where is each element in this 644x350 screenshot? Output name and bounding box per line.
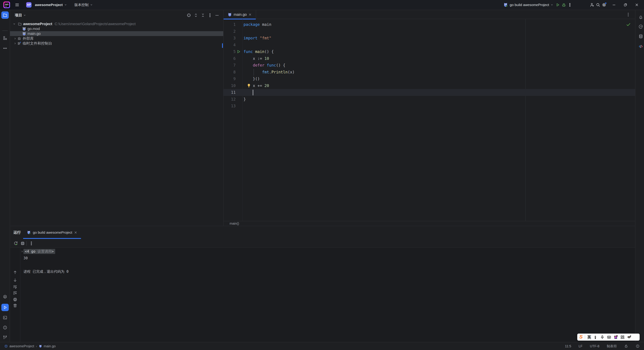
tree-item-main.go[interactable]: main.go — [10, 31, 223, 36]
stripe-item-terminal[interactable] — [1, 314, 9, 321]
ime-language-mode[interactable]: 英 — [587, 335, 591, 340]
debug-button[interactable] — [561, 2, 567, 8]
code-line[interactable]: } — [244, 96, 246, 103]
down-stacktrace-button[interactable] — [13, 278, 18, 283]
console-options-button[interactable] — [29, 241, 34, 246]
code-line[interactable]: x := 10 — [244, 55, 269, 62]
punctuation-icon[interactable] — [593, 335, 598, 340]
run-button[interactable] — [555, 2, 561, 8]
run-gutter-icon[interactable] — [236, 49, 241, 54]
run-console[interactable]: <4 go 设置调用> 30 进程 已完成，退出代码为 0 — [10, 248, 635, 342]
line-number: 11 — [224, 89, 236, 96]
microphone-icon[interactable] — [600, 335, 604, 340]
notifications-status-icon[interactable] — [636, 344, 640, 348]
stripe-item-version-control[interactable] — [1, 334, 9, 341]
git-branch-icon — [3, 335, 8, 340]
search-everywhere-button[interactable] — [595, 2, 601, 8]
code-line[interactable] — [244, 89, 253, 96]
settings-button[interactable] — [601, 2, 607, 8]
stripe-item-project[interactable] — [1, 11, 9, 19]
chevron-right-icon[interactable] — [14, 42, 16, 45]
tree-item-临时文件和控制台[interactable]: 临时文件和控制台 — [10, 41, 223, 46]
editor-tab-options-button[interactable] — [626, 12, 631, 17]
ime-assistant-face-icon[interactable] — [627, 335, 632, 340]
sogou-ime-toolbar: S 英 — [577, 334, 640, 341]
tree-item-go.mod[interactable]: go.mod — [10, 26, 223, 31]
caret-position-widget[interactable]: 11:5 — [565, 344, 571, 348]
add-user-button[interactable] — [589, 2, 595, 8]
close-button[interactable] — [632, 1, 641, 8]
stripe-item-problems[interactable] — [1, 324, 9, 331]
selected-file-scroll-marker — [222, 43, 223, 48]
gopher-run-icon — [503, 2, 508, 7]
play-icon — [556, 2, 560, 7]
skin-icon[interactable] — [614, 335, 618, 340]
encoding-widget[interactable]: UTF-8 — [590, 344, 600, 348]
line-number: 1 — [224, 21, 236, 28]
up-stacktrace-button[interactable] — [13, 270, 18, 275]
collapse-all-button[interactable] — [200, 13, 206, 18]
code-editor[interactable]: 1package main23import "fmt"45func main()… — [224, 19, 635, 221]
tree-item-awesomeProject[interactable]: awesomeProjectC:\Users\meowr\GolandProje… — [10, 21, 223, 26]
hide-panel-button[interactable] — [214, 13, 220, 18]
skin-icon — [614, 335, 618, 340]
run-config-selector[interactable]: go build awesomeProject — [502, 1, 555, 8]
chevron-down-icon[interactable] — [13, 22, 16, 25]
stripe-item-ai-assistant[interactable] — [637, 23, 644, 30]
maximize-button[interactable] — [621, 1, 630, 8]
virtual-keyboard-icon[interactable] — [607, 335, 611, 340]
code-line[interactable]: defer func() { — [244, 62, 285, 69]
soft-wrap-button[interactable] — [13, 285, 18, 289]
code-line[interactable]: package main — [244, 21, 271, 28]
panel-options-button[interactable] — [208, 13, 212, 18]
console-fold-line[interactable]: <4 go 设置调用> — [21, 248, 68, 255]
stripe-item-code-tools[interactable] — [637, 43, 644, 50]
stripe-item-structure[interactable] — [1, 34, 9, 42]
more-actions-button[interactable] — [567, 2, 573, 8]
run-tab-close-icon[interactable] — [74, 231, 77, 234]
tab-close-icon[interactable] — [248, 13, 252, 16]
status-breadcrumbs[interactable]: awesomeProject › main.go — [4, 344, 56, 348]
code-line[interactable]: import "fmt" — [244, 35, 271, 41]
breadcrumb-scope[interactable]: main() — [230, 222, 239, 225]
stop-button[interactable] — [20, 241, 25, 246]
expand-all-button[interactable] — [193, 13, 198, 18]
run-tab[interactable]: go build awesomeProject — [23, 226, 81, 239]
tree-item-外部库[interactable]: 外部库 — [10, 36, 223, 41]
clear-console-button[interactable] — [13, 303, 18, 308]
minimize-button[interactable] — [610, 1, 618, 8]
status-breadcrumb-project[interactable]: awesomeProject — [10, 344, 34, 348]
sogou-logo-icon[interactable]: S — [579, 334, 582, 339]
code-line[interactable]: fmt.Println(x) — [244, 69, 295, 76]
stripe-item-notifications[interactable] — [637, 13, 644, 21]
print-button[interactable] — [13, 297, 18, 302]
line-number: 10 — [224, 82, 236, 89]
run-panel-title[interactable]: 运行 — [14, 230, 21, 235]
indent-widget[interactable]: 制表符 — [607, 344, 617, 349]
program-output: 30 — [24, 256, 28, 260]
main-menu-icon[interactable] — [14, 2, 20, 8]
scroll-to-end-button[interactable] — [13, 291, 18, 295]
project-panel-title[interactable]: 项目 — [15, 13, 22, 18]
stripe-item-more-toolwindows[interactable] — [1, 44, 9, 52]
stripe-item-services[interactable] — [1, 293, 9, 301]
locate-file-button[interactable] — [186, 13, 191, 18]
toolbox-grid-icon[interactable] — [620, 335, 625, 340]
project-selector[interactable]: awesomeProject — [34, 2, 68, 8]
readonly-lock-icon[interactable] — [624, 344, 628, 348]
line-separator-widget[interactable]: LF — [578, 344, 582, 348]
tab-main-go[interactable]: main.go — [224, 10, 256, 19]
fold-chevron-icon[interactable] — [21, 250, 24, 253]
chevron-down-icon — [64, 3, 67, 6]
project-panel-header: 项目 — [10, 10, 223, 20]
code-line[interactable]: func main() { — [244, 48, 274, 55]
code-line[interactable]: }() — [244, 75, 260, 82]
stripe-item-run[interactable] — [1, 304, 9, 311]
rerun-button[interactable] — [13, 241, 18, 246]
stripe-item-database[interactable] — [637, 33, 644, 40]
vcs-widget[interactable]: 版本控制 — [73, 1, 94, 8]
status-breadcrumb-file[interactable]: main.go — [44, 344, 56, 348]
chevron-right-icon[interactable] — [14, 37, 16, 40]
code-line[interactable]: x += 20 — [244, 82, 269, 89]
collapse-all-icon — [200, 13, 206, 18]
